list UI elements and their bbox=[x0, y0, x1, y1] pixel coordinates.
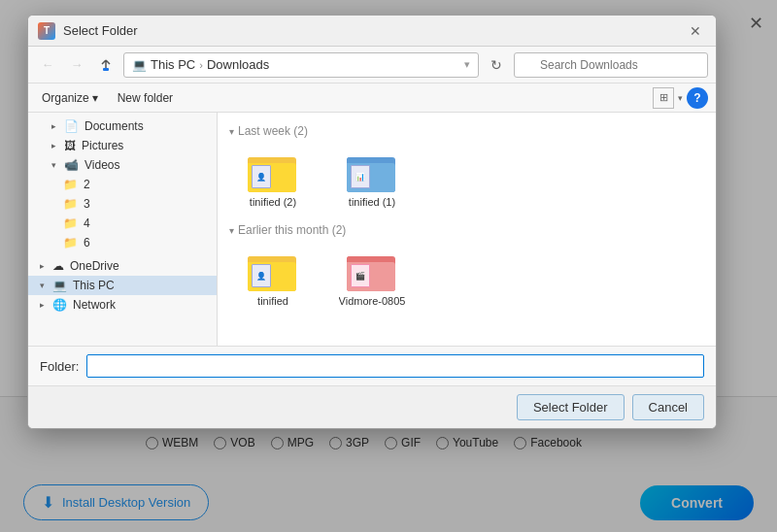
up-icon bbox=[99, 58, 113, 72]
refresh-button[interactable]: ↻ bbox=[485, 53, 508, 77]
sidebar-item-videos[interactable]: ▾ 📹 Videos bbox=[28, 155, 217, 175]
expand-arrow-icon-net: ▸ bbox=[40, 300, 45, 310]
documents-icon: 📄 bbox=[64, 119, 79, 133]
folder-input-label: Folder: bbox=[40, 359, 79, 374]
file-label-tinified-2: tinified (2) bbox=[250, 196, 296, 208]
folder-4-icon: 📁 bbox=[63, 216, 78, 230]
sidebar-item-onedrive[interactable]: ▸ ☁ OneDrive bbox=[28, 256, 217, 276]
toolbar-left: Organize ▾ New folder bbox=[36, 89, 181, 107]
sidebar-item-folder-6[interactable]: 📁 6 bbox=[28, 233, 217, 252]
view-button[interactable]: ⊞ bbox=[653, 87, 674, 109]
sidebar-item-folder-3[interactable]: 📁 3 bbox=[28, 194, 217, 214]
file-area: ▾ Last week (2) 👤 tinified (2) bbox=[218, 113, 716, 346]
this-pc-icon: 💻 bbox=[132, 58, 147, 72]
dialog-titlebar: T Select Folder ✕ bbox=[28, 16, 716, 47]
svg-rect-0 bbox=[103, 68, 109, 71]
sidebar-item-network[interactable]: ▸ 🌐 Network bbox=[28, 295, 217, 315]
folder-img-icon-3: 👤 bbox=[252, 264, 271, 287]
chevron-earliermonth-icon: ▾ bbox=[229, 225, 234, 236]
organize-arrow-icon: ▾ bbox=[92, 91, 98, 105]
folder-input[interactable] bbox=[86, 354, 704, 378]
this-pc-sidebar-icon: 💻 bbox=[52, 279, 67, 292]
expand-arrow-icon-pc: ▾ bbox=[40, 281, 45, 290]
help-button[interactable]: ? bbox=[687, 87, 708, 109]
sidebar-item-folder-2[interactable]: 📁 2 bbox=[28, 175, 217, 194]
sidebar-label-3: 3 bbox=[84, 197, 90, 211]
dialog-title: Select Folder bbox=[63, 23, 138, 38]
folder-thumb-tinified: 👤 bbox=[248, 249, 298, 291]
titlebar-left: T Select Folder bbox=[38, 22, 138, 40]
folder-thumb-tinified-1: 📊 bbox=[347, 150, 397, 192]
dialog-overlay: T Select Folder ✕ ← → 💻 This PC › Downlo… bbox=[0, 0, 777, 532]
file-item-vidmore[interactable]: 🎬 Vidmore-0805 bbox=[328, 245, 416, 311]
expand-arrow-icon-od: ▸ bbox=[40, 261, 45, 271]
path-separator-1: › bbox=[199, 59, 203, 71]
organize-button[interactable]: Organize ▾ bbox=[36, 89, 104, 107]
file-item-tinified[interactable]: 👤 tinified bbox=[229, 245, 317, 311]
sidebar-label-onedrive: OneDrive bbox=[70, 259, 119, 273]
address-bar: ← → 💻 This PC › Downloads ▾ ↻ 🔍 bbox=[28, 47, 716, 83]
search-input[interactable] bbox=[514, 52, 708, 78]
folder-2-icon: 📁 bbox=[63, 178, 78, 191]
section-last-week: ▾ Last week (2) bbox=[229, 124, 704, 138]
chevron-lastweek-icon: ▾ bbox=[229, 126, 234, 137]
expand-arrow-icon-2: ▸ bbox=[51, 141, 56, 150]
sidebar-item-pictures[interactable]: ▸ 🖼 Pictures bbox=[28, 136, 217, 155]
file-label-tinified-1: tinified (1) bbox=[349, 196, 395, 208]
file-item-tinified-2[interactable]: 👤 tinified (2) bbox=[229, 146, 317, 212]
section-earlier-month: ▾ Earlier this month (2) bbox=[229, 223, 704, 237]
sidebar-item-documents[interactable]: ▸ 📄 Documents bbox=[28, 116, 217, 136]
folder-img-icon-2: 📊 bbox=[351, 165, 370, 188]
network-icon: 🌐 bbox=[52, 298, 67, 312]
toolbar: Organize ▾ New folder ⊞ ▾ ? bbox=[28, 83, 716, 113]
back-button[interactable]: ← bbox=[36, 53, 59, 77]
onedrive-icon: ☁ bbox=[52, 259, 64, 273]
sidebar-item-folder-4[interactable]: 📁 4 bbox=[28, 214, 217, 233]
file-label-vidmore: Vidmore-0805 bbox=[339, 295, 406, 307]
view-arrow-icon: ▾ bbox=[678, 93, 683, 103]
sidebar: ▸ 📄 Documents ▸ 🖼 Pictures ▾ 📹 Videos 📁 … bbox=[28, 113, 218, 346]
dropdown-arrow: ▾ bbox=[464, 58, 470, 71]
cancel-button[interactable]: Cancel bbox=[632, 394, 704, 420]
sidebar-label-2: 2 bbox=[84, 178, 90, 191]
pictures-icon: 🖼 bbox=[64, 139, 76, 152]
file-item-tinified-1[interactable]: 📊 tinified (1) bbox=[328, 146, 416, 212]
dialog-content: ▸ 📄 Documents ▸ 🖼 Pictures ▾ 📹 Videos 📁 … bbox=[28, 113, 716, 346]
folder-img-icon-4: 🎬 bbox=[351, 264, 370, 287]
app-icon: T bbox=[38, 22, 55, 40]
sidebar-label-videos: Videos bbox=[84, 158, 119, 172]
sidebar-label-4: 4 bbox=[84, 216, 90, 230]
folder-6-icon: 📁 bbox=[63, 236, 78, 249]
new-folder-button[interactable]: New folder bbox=[110, 89, 181, 107]
expand-arrow-icon-3: ▾ bbox=[51, 160, 56, 170]
select-folder-dialog: T Select Folder ✕ ← → 💻 This PC › Downlo… bbox=[27, 15, 717, 429]
sidebar-item-this-pc[interactable]: ▾ 💻 This PC bbox=[28, 276, 217, 295]
address-path[interactable]: 💻 This PC › Downloads ▾ bbox=[123, 52, 479, 78]
expand-arrow-icon: ▸ bbox=[51, 121, 56, 131]
dialog-actions: Select Folder Cancel bbox=[28, 385, 716, 428]
file-grid-lastweek: 👤 tinified (2) 📊 tinified (1) bbox=[229, 146, 704, 212]
forward-button[interactable]: → bbox=[65, 53, 88, 77]
folder-thumb-vidmore: 🎬 bbox=[347, 249, 397, 291]
sidebar-label-documents: Documents bbox=[84, 119, 144, 133]
folder-img-icon: 👤 bbox=[252, 165, 271, 188]
sidebar-label-6: 6 bbox=[84, 236, 90, 249]
videos-icon: 📹 bbox=[64, 158, 79, 172]
select-folder-button[interactable]: Select Folder bbox=[517, 394, 625, 420]
file-grid-earlier: 👤 tinified 🎬 Vidmore-0805 bbox=[229, 245, 704, 311]
folder-thumb-tinified-2: 👤 bbox=[248, 150, 298, 192]
up-button[interactable] bbox=[94, 53, 118, 77]
sidebar-label-pictures: Pictures bbox=[82, 139, 123, 152]
sidebar-label-network: Network bbox=[73, 298, 116, 312]
view-icon: ⊞ bbox=[659, 91, 668, 104]
sidebar-label-this-pc: This PC bbox=[73, 279, 115, 292]
toolbar-right: ⊞ ▾ ? bbox=[653, 87, 708, 109]
search-wrapper: 🔍 bbox=[514, 52, 708, 78]
folder-input-area: Folder: bbox=[28, 346, 716, 385]
folder-3-icon: 📁 bbox=[63, 197, 78, 211]
dialog-close-button[interactable]: ✕ bbox=[685, 20, 706, 42]
file-label-tinified: tinified bbox=[257, 295, 288, 307]
